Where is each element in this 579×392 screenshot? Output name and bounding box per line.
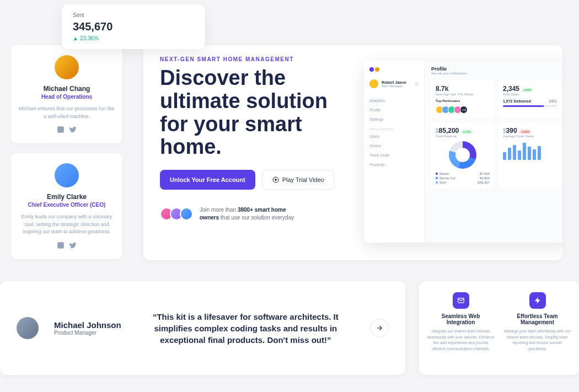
signups-label: New Sign-ups This Month	[436, 93, 490, 96]
features-card: Seamless Web Integration Integrate our s…	[419, 281, 579, 375]
twitter-icon[interactable]	[69, 126, 77, 133]
aov-value: 390	[506, 127, 517, 135]
performers-label: Top Performers	[436, 99, 490, 103]
dashboard-preview: Robert Jason SEO Manager ⚙ Analytics Pro…	[364, 61, 562, 243]
hero-title: Discover the ultimate solution for your …	[160, 67, 347, 159]
revenue-badge: +1.5%	[461, 130, 472, 134]
legend-row: SUV$45,257	[436, 181, 490, 184]
performer-avatars: +12	[436, 106, 490, 114]
user-name: Robert Jason	[382, 80, 411, 84]
svg-rect-1	[57, 242, 64, 249]
feature-title: Effortless Team Management	[503, 313, 571, 325]
dashboard-main: Profile See all your notifications 8.7k …	[425, 61, 562, 243]
feature-desc: Manage your team effortlessly with our s…	[503, 329, 571, 352]
revenue-value: 85,200	[439, 127, 459, 135]
team-column: Michael Chang Head of Operations Michael…	[11, 45, 122, 269]
feature-desc: Integrate our shared team inboxes seamle…	[427, 329, 495, 352]
avatar	[17, 317, 39, 339]
play-icon	[272, 176, 279, 183]
dashboard-header: Profile See all your notifications	[431, 66, 561, 75]
donut-chart	[449, 141, 476, 169]
svg-rect-0	[57, 126, 64, 133]
team-bio: Michael ensures that our processes run l…	[18, 105, 116, 120]
delivered-value: 1,972 Delivered 83%	[503, 99, 557, 103]
linkedin-icon[interactable]	[57, 241, 65, 249]
svg-marker-3	[275, 179, 277, 181]
team-card: Emily Clarke Chief Executive Officer (CE…	[11, 153, 122, 259]
testimonial-name: Michael Johnson	[54, 320, 121, 330]
nav-analytics[interactable]: Analytics	[369, 96, 419, 105]
arrow-right-icon	[376, 324, 383, 332]
nav-section-label: APPLICATIONS	[369, 127, 419, 131]
nav-profile[interactable]: Profile	[369, 105, 419, 115]
page-subtitle: See all your notifications	[431, 72, 561, 75]
nav-track-order[interactable]: Track Order	[369, 151, 419, 160]
sales-card: 2,345+4.8% Total Sales 1,972 Delivered 8…	[498, 80, 561, 118]
aov-badge: -3.69%	[519, 130, 532, 134]
aov-card: $390-3.69% Average Order Value	[498, 122, 561, 189]
unlock-account-button[interactable]: Unlock Your Free Account	[160, 170, 255, 190]
user-profile: Robert Jason SEO Manager ⚙	[369, 79, 419, 88]
join-text: Join more than 3800+ smart home owners t…	[200, 206, 299, 222]
team-role: Chief Executive Officer (CEO)	[18, 202, 116, 208]
next-button[interactable]	[370, 319, 389, 337]
sales-value: 2,345	[503, 85, 519, 93]
team-name: Michael Chang	[18, 85, 116, 93]
bar-chart	[503, 141, 557, 160]
stat-change: ▲ 23.36%	[73, 35, 194, 41]
aov-label: Average Order Value	[503, 135, 557, 138]
nav-orders[interactable]: Orders	[369, 141, 419, 151]
legend-row: Sports Car$2,820	[436, 176, 490, 180]
stat-card: Sent 345,670 ▲ 23.36%	[62, 4, 205, 49]
nav-products[interactable]: Products	[369, 160, 419, 169]
social-links	[18, 126, 116, 133]
sales-badge: +4.8%	[522, 88, 533, 92]
signups-value: 8.7k	[436, 85, 490, 93]
avatar	[369, 79, 378, 88]
feature-item: Effortless Team Management Manage your t…	[503, 292, 571, 364]
feature-title: Seamless Web Integration	[427, 313, 495, 325]
feature-item: Seamless Web Integration Integrate our s…	[427, 292, 495, 364]
stat-value: 345,670	[73, 20, 194, 33]
stat-label: Sent	[73, 12, 194, 18]
revenue-card: $85,200+1.5% Total Revenue Sedan$7,660 S…	[431, 122, 494, 189]
social-links	[18, 241, 116, 249]
team-bio: Emily leads our company with a visionary…	[18, 213, 116, 236]
progress-bar	[503, 105, 557, 107]
sales-label: Total Sales	[503, 93, 557, 96]
team-role: Head of Operations	[18, 94, 116, 100]
revenue-label: Total Revenue	[436, 135, 490, 138]
trend-up-icon: ▲	[73, 35, 78, 41]
twitter-icon[interactable]	[69, 241, 77, 249]
team-name: Emily Clarke	[18, 193, 116, 201]
lightning-icon	[529, 292, 546, 309]
signups-card: 8.7k New Sign-ups This Month Top Perform…	[431, 80, 494, 118]
testimonial-card: Michael Johnson Product Manager “This ki…	[0, 281, 405, 375]
nav-settings[interactable]: Settings	[369, 115, 419, 124]
nav-users[interactable]: Users	[369, 132, 419, 141]
page-title: Profile	[431, 66, 561, 72]
play-video-button[interactable]: Play Trial Video	[262, 170, 335, 190]
gear-icon[interactable]: ⚙	[415, 82, 419, 87]
user-avatars	[160, 207, 193, 221]
logo	[369, 67, 419, 72]
avatar	[180, 207, 193, 221]
legend-row: Sedan$7,660	[436, 172, 490, 175]
team-card: Michael Chang Head of Operations Michael…	[11, 45, 122, 143]
testimonial-role: Product Manager	[54, 330, 121, 336]
avatar	[55, 163, 79, 187]
mail-icon	[453, 292, 469, 309]
avatar	[55, 55, 79, 79]
linkedin-icon[interactable]	[57, 126, 65, 133]
user-role: SEO Manager	[382, 84, 411, 88]
testimonial-quote: “This kit is a lifesaver for software ar…	[137, 311, 355, 346]
dashboard-sidebar: Robert Jason SEO Manager ⚙ Analytics Pro…	[364, 61, 425, 243]
hero-section: NEXT-GEN SMART HOME MANAGEMENT Discover …	[143, 45, 562, 260]
